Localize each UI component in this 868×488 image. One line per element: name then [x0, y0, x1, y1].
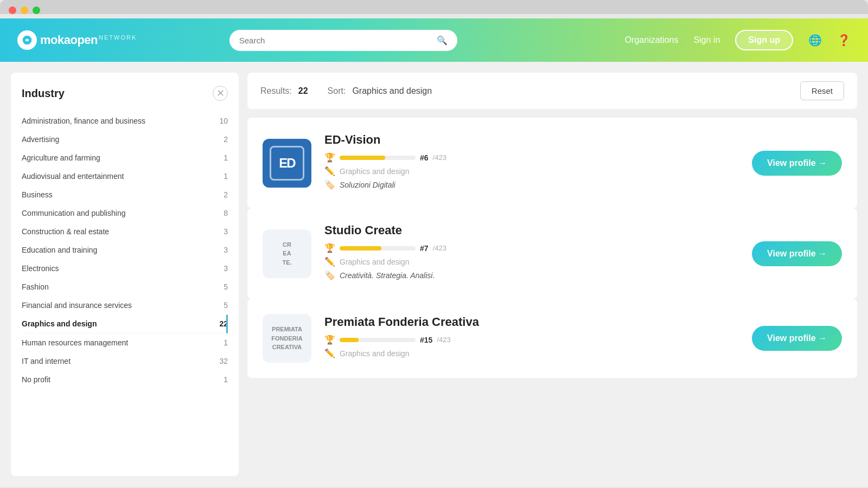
nav-signin[interactable]: Sign in: [693, 35, 720, 45]
close-button[interactable]: [9, 7, 16, 14]
profile-card-premiata-fonderia: PREMIATAFONDERIACREATIVA Premiata Fonder…: [247, 299, 857, 378]
org-category: Graphics and design: [340, 167, 409, 176]
sidebar-item-label: Electronics: [22, 264, 59, 273]
sidebar-items: Administration, finance and business10Ad…: [22, 112, 228, 389]
clear-filter-button[interactable]: ✕: [213, 86, 228, 101]
org-name: Studio Create: [324, 223, 739, 237]
org-category-stat: ✏️ Graphics and design: [324, 256, 739, 267]
search-bar: 🔍: [229, 30, 457, 51]
help-icon[interactable]: ❓: [837, 34, 851, 47]
logo-brand: mokaopen: [40, 33, 98, 47]
sidebar-item-electronics[interactable]: Electronics3: [22, 259, 228, 278]
view-profile-button[interactable]: View profile →: [752, 151, 842, 176]
rank-total: /423: [437, 336, 450, 344]
nav-organizations[interactable]: Organizations: [625, 35, 679, 45]
org-rank-stat: 🏆 #7 /423: [324, 243, 739, 253]
sidebar-item-administration-finance-and-business[interactable]: Administration, finance and business10: [22, 112, 228, 130]
org-category: Graphics and design: [340, 258, 409, 266]
org-category: Graphics and design: [340, 349, 409, 358]
traffic-lights: [9, 7, 859, 14]
sidebar-item-agriculture-and-farming[interactable]: Agriculture and farming1: [22, 149, 228, 167]
reset-button[interactable]: Reset: [800, 81, 844, 100]
window-chrome: [0, 0, 868, 14]
results-header: Results: 22 Sort: Graphics and design Re…: [247, 73, 857, 109]
sidebar-title: Industry: [22, 87, 65, 100]
sidebar-item-label: Communication and publishing: [22, 209, 125, 217]
sidebar-item-label: Advertising: [22, 135, 59, 144]
sort-value: Graphics and design: [352, 86, 432, 96]
sidebar-item-count: 1: [224, 153, 228, 162]
sidebar-item-it-and-internet[interactable]: IT and internet32: [22, 352, 228, 370]
globe-icon[interactable]: 🌐: [808, 34, 822, 47]
org-category-stat: ✏️ Graphics and design: [324, 348, 739, 358]
main-container: Industry ✕ Administration, finance and b…: [0, 62, 868, 487]
org-logo: PREMIATAFONDERIACREATIVA: [263, 314, 311, 363]
tag-icon: 🏷️: [324, 179, 335, 190]
org-logo: CREATE.: [263, 229, 311, 278]
sort-label: Sort:: [328, 86, 346, 96]
results-count: 22: [298, 86, 308, 96]
sidebar-item-count: 1: [224, 375, 228, 384]
active-indicator: [226, 314, 228, 333]
sidebar-item-business[interactable]: Business2: [22, 185, 228, 204]
trophy-icon: 🏆: [324, 335, 335, 345]
maximize-button[interactable]: [33, 7, 40, 14]
sidebar-item-education-and-training[interactable]: Education and training3: [22, 241, 228, 259]
org-tag-stat: 🏷️ Creatività. Strategia. Analisi.: [324, 270, 739, 280]
sidebar-item-audiovisual-and-entertainment[interactable]: Audiovisual and entertainment1: [22, 167, 228, 185]
sidebar-item-count: 2: [224, 190, 228, 199]
sidebar-item-advertising[interactable]: Advertising2: [22, 130, 228, 149]
rank-bar-bg: [340, 246, 416, 251]
org-name: ED-Vision: [324, 133, 739, 147]
sidebar-item-human-resources-management[interactable]: Human resources management1: [22, 333, 228, 352]
rank-total: /423: [433, 244, 446, 252]
results-label: Results:: [260, 86, 292, 96]
view-profile-button[interactable]: View profile →: [752, 241, 842, 266]
rank-bar-fill: [340, 246, 381, 251]
sidebar-item-fashion[interactable]: Fashion5: [22, 278, 228, 296]
search-input[interactable]: [239, 36, 431, 45]
logo-area[interactable]: mokaopenNETWORK: [17, 30, 137, 50]
sidebar-item-construction--real-estate[interactable]: Construction & real estate3: [22, 222, 228, 241]
profile-card-studio-create: CREATE. Studio Create 🏆 #7 /423 ✏️ Graph…: [247, 208, 857, 299]
org-info: ED-Vision 🏆 #6 /423 ✏️ Graphics and desi…: [324, 133, 739, 193]
org-info: Studio Create 🏆 #7 /423 ✏️ Graphics and …: [324, 223, 739, 284]
sidebar-item-financial-and-insurance-services[interactable]: Financial and insurance services5: [22, 296, 228, 314]
org-tag: Creatività. Strategia. Analisi.: [340, 271, 435, 280]
results-area: Results: 22 Sort: Graphics and design Re…: [247, 73, 857, 476]
sidebar-item-count: 8: [224, 209, 228, 217]
org-rank-stat: 🏆 #15 /423: [324, 335, 739, 345]
org-category-stat: ✏️ Graphics and design: [324, 166, 739, 176]
sidebar-item-count: 2: [224, 135, 228, 144]
rank-number: #15: [420, 336, 432, 344]
cards-container: ED ED-Vision 🏆 #6 /423 ✏️ Graphics and d…: [247, 118, 857, 378]
rank-bar-bg: [340, 156, 416, 160]
sidebar-item-label: Administration, finance and business: [22, 117, 145, 125]
sidebar-item-communication-and-publishing[interactable]: Communication and publishing8: [22, 204, 228, 222]
sidebar-item-no-profit[interactable]: No profit1: [22, 370, 228, 389]
nav-signup[interactable]: Sign up: [735, 30, 793, 50]
org-logo: ED: [263, 139, 311, 188]
sidebar-header: Industry ✕: [22, 86, 228, 101]
rank-bar-fill: [340, 156, 385, 160]
view-profile-button[interactable]: View profile →: [752, 326, 842, 351]
sidebar-item-label: Agriculture and farming: [22, 153, 100, 162]
sidebar-item-label: Education and training: [22, 246, 97, 254]
org-name: Premiata Fonderia Creativa: [324, 315, 739, 329]
logo-network: NETWORK: [99, 34, 137, 41]
sidebar-item-label: Human resources management: [22, 338, 128, 347]
tag-icon: 🏷️: [324, 270, 335, 280]
nav-links: Organizations Sign in Sign up 🌐 ❓: [625, 30, 851, 50]
sidebar-item-label: IT and internet: [22, 357, 71, 365]
org-info: Premiata Fonderia Creativa 🏆 #15 /423 ✏️…: [324, 315, 739, 362]
profile-card-ed-vision: ED ED-Vision 🏆 #6 /423 ✏️ Graphics and d…: [247, 118, 857, 208]
minimize-button[interactable]: [21, 7, 28, 14]
sidebar-item-count: 3: [224, 246, 228, 254]
pencil-icon: ✏️: [324, 348, 335, 358]
sidebar-item-count: 1: [224, 338, 228, 347]
sidebar-item-label: Construction & real estate: [22, 227, 109, 236]
sidebar-item-count: 1: [224, 172, 228, 181]
sidebar-item-count: 10: [219, 117, 228, 125]
sidebar-item-graphics-and-design[interactable]: Graphics and design22: [22, 314, 228, 333]
pencil-icon: ✏️: [324, 256, 335, 267]
